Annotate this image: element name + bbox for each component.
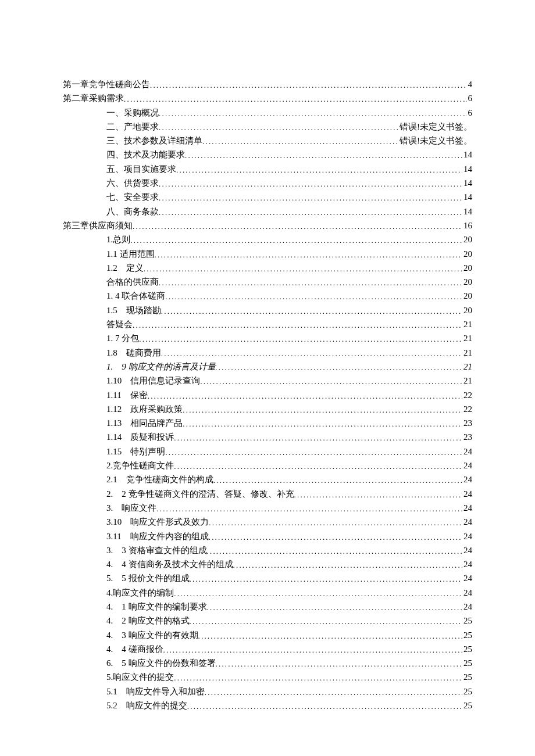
toc-entry[interactable]: 1.10 信用信息记录查询21 — [63, 377, 472, 386]
toc-label: 二、产地要求 — [106, 123, 159, 131]
toc-leader-dots — [209, 519, 462, 526]
toc-entry[interactable]: 4. 4 资信商务及技术文件的组成24 — [63, 560, 472, 569]
toc-leader-dots — [209, 533, 462, 541]
toc-entry[interactable]: 1.13 相同品牌产品23 — [63, 419, 472, 428]
toc-page-number: 21 — [462, 334, 472, 343]
toc-label: 5. 5 报价文件的组成 — [106, 574, 190, 583]
toc-entry[interactable]: 一、采购概况6 — [63, 109, 472, 118]
toc-page-number: 21 — [462, 377, 472, 385]
toc-page-number: 20 — [462, 235, 472, 244]
toc-entry[interactable]: 七、安全要求14 — [63, 193, 472, 202]
toc-entry[interactable]: 1.8 磋商费用21 — [63, 349, 472, 358]
toc-leader-dots — [159, 279, 462, 286]
toc-leader-dots — [161, 350, 462, 357]
toc-leader-dots — [233, 561, 463, 569]
toc-entry[interactable]: 答疑会21 — [63, 320, 472, 329]
toc-entry[interactable]: 第二章采购需求6 — [63, 94, 472, 103]
toc-page-number: 24 — [462, 589, 472, 597]
toc-leader-dots — [202, 138, 398, 145]
toc-entry[interactable]: 2. 2 竞争性磋商文件的澄清、答疑、修改、补充24 — [63, 490, 472, 499]
toc-leader-dots — [155, 251, 463, 259]
toc-label: 第二章采购需求 — [63, 94, 124, 103]
toc-entry[interactable]: 2.竞争性磋商文件24 — [63, 461, 472, 471]
toc-page-number: 23 — [462, 433, 472, 442]
toc-label: 1. 7 分包 — [106, 334, 139, 343]
toc-leader-dots — [183, 406, 462, 414]
toc-entry[interactable]: 合格的供应商20 — [63, 278, 472, 287]
toc-leader-dots — [207, 604, 463, 611]
toc-page-number: 24 — [462, 504, 472, 513]
toc-entry[interactable]: 3.11 响应文件内容的组成24 — [63, 532, 472, 542]
toc-label: 1.2 定义 — [106, 264, 144, 273]
toc-entry[interactable]: 五、项目实施要求14 — [63, 165, 472, 174]
toc-leader-dots — [174, 463, 462, 470]
toc-entry[interactable]: 三、技术参数及详细清单错误!未定义书签。 — [63, 137, 472, 146]
toc-label: 4. 3 响应文件的有效期 — [106, 631, 198, 640]
toc-entry[interactable]: 1.12 政府采购政策22 — [63, 405, 472, 414]
toc-page-number: 24 — [462, 490, 472, 499]
toc-leader-dots — [159, 194, 462, 202]
toc-leader-dots — [165, 449, 462, 456]
toc-page-number: 21 — [462, 349, 472, 357]
toc-entry[interactable]: 1.11 保密22 — [63, 391, 472, 400]
toc-entry[interactable]: 六、供货要求14 — [63, 179, 472, 188]
toc-label: 1.11 保密 — [106, 391, 148, 400]
toc-label: 1. 4 联合体磋商 — [106, 292, 165, 300]
toc-leader-dots — [133, 321, 462, 329]
toc-entry[interactable]: 5.响应文件的提交25 — [63, 673, 472, 682]
toc-label: 6. 5 响应文件的份数和签署 — [106, 659, 216, 668]
toc-label: 1.8 磋商费用 — [106, 349, 161, 357]
toc-entry[interactable]: 1.15 特别声明24 — [63, 447, 472, 457]
toc-entry[interactable]: 3. 响应文件24 — [63, 504, 472, 513]
toc-page-number: 20 — [462, 306, 472, 315]
toc-entry[interactable]: 二、产地要求错误!未定义书签。 — [63, 123, 472, 132]
toc-leader-dots — [144, 265, 462, 273]
toc-leader-dots — [176, 166, 462, 174]
toc-page-number: 14 — [462, 207, 472, 216]
toc-label: 4. 4 磋商报价 — [106, 645, 163, 654]
toc-entry[interactable]: 1.5 现场踏勘20 — [63, 306, 472, 316]
toc-entry[interactable]: 6. 5 响应文件的份数和签署25 — [63, 659, 472, 668]
toc-label: 1.5 现场踏勘 — [106, 306, 161, 315]
toc-entry[interactable]: 4. 1 响应文件的编制要求24 — [63, 603, 472, 612]
toc-entry[interactable]: 1. 4 联合体磋商20 — [63, 292, 472, 301]
toc-leader-dots — [130, 237, 462, 244]
toc-entry[interactable]: 4. 2 响应文件的格式25 — [63, 617, 472, 626]
toc-entry[interactable]: 4. 3 响应文件的有效期25 — [63, 631, 472, 640]
table-of-contents: 第一章竞争性磋商公告4第二章采购需求6一、采购概况6二、产地要求错误!未定义书签… — [63, 80, 472, 711]
toc-entry[interactable]: 第三章供应商须知16 — [63, 221, 472, 231]
toc-label: 六、供货要求 — [106, 179, 159, 188]
toc-page-number: 20 — [462, 250, 472, 259]
toc-entry[interactable]: 1.1 适用范围20 — [63, 250, 472, 259]
toc-page-number: 20 — [462, 264, 472, 273]
toc-entry[interactable]: 5.2 响应文件的提交25 — [63, 701, 472, 711]
toc-label: 4. 4 资信商务及技术文件的组成 — [106, 560, 233, 569]
toc-leader-dots — [159, 209, 462, 216]
toc-leader-dots — [174, 674, 462, 682]
toc-entry[interactable]: 5. 5 报价文件的组成24 — [63, 574, 472, 583]
toc-entry[interactable]: 3. 3 资格审查文件的组成24 — [63, 546, 472, 556]
toc-entry[interactable]: 第一章竞争性磋商公告4 — [63, 80, 472, 89]
toc-entry[interactable]: 5.1 响应文件导入和加密25 — [63, 687, 472, 697]
toc-entry[interactable]: 4.响应文件的编制24 — [63, 589, 472, 598]
toc-entry[interactable]: 1.14 质疑和投诉23 — [63, 433, 472, 442]
toc-label: 1.14 质疑和投诉 — [106, 433, 174, 442]
toc-entry[interactable]: 1. 9 响应文件的语言及计量21 — [63, 363, 472, 372]
toc-entry[interactable]: 2.1 竞争性磋商文件的构成24 — [63, 475, 472, 485]
toc-entry[interactable]: 八、商务条款14 — [63, 207, 472, 217]
toc-leader-dots — [133, 223, 462, 230]
toc-label: 八、商务条款 — [106, 207, 159, 216]
toc-label: 五、项目实施要求 — [106, 165, 176, 174]
toc-entry[interactable]: 4. 4 磋商报价25 — [63, 645, 472, 654]
toc-entry[interactable]: 1.2 定义20 — [63, 264, 472, 273]
toc-leader-dots — [165, 293, 462, 300]
toc-label: 一、采购概况 — [106, 109, 159, 117]
toc-leader-dots — [183, 420, 462, 428]
toc-label: 第三章供应商须知 — [63, 221, 133, 230]
toc-page-number: 25 — [462, 645, 472, 654]
toc-entry[interactable]: 1.总则20 — [63, 235, 472, 245]
toc-entry[interactable]: 3.10 响应文件形式及效力24 — [63, 518, 472, 527]
toc-entry[interactable]: 四、技术及功能要求14 — [63, 151, 472, 160]
toc-page-number: 20 — [462, 278, 472, 286]
toc-entry[interactable]: 1. 7 分包21 — [63, 334, 472, 343]
